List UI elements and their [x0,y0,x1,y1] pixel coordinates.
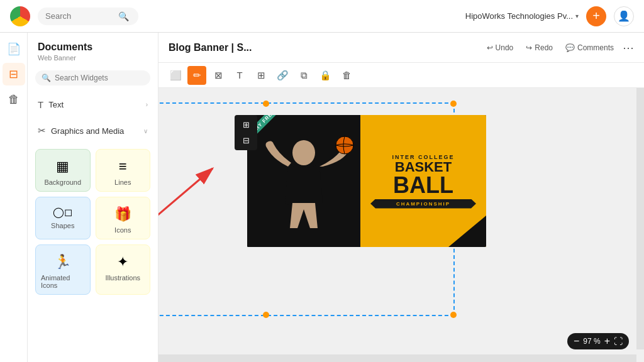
text-icon: T [38,99,43,110]
widget-grid: ▦ Background ≡ Lines ◯◻ Shapes 🎁 Icons 🏃… [28,144,158,300]
canvas-area: Blog Banner | S... ↩ Undo ↪ Redo 💬 Comme… [158,33,644,362]
comment-icon: 💬 [565,43,575,52]
redo-label: Redo [535,43,553,52]
delete-tool-button[interactable]: 🗑 [337,66,356,85]
sidebar-search[interactable]: 🔍 [35,70,150,85]
company-selector[interactable]: HipoWorks Technologies Pv... ▾ [465,11,579,21]
background-icon: ▦ [56,158,69,175]
handle-bottom-mid[interactable] [263,312,269,318]
svg-point-3 [292,140,315,165]
document-icon: 📄 [7,42,21,56]
logo [10,6,30,26]
avatar[interactable]: 👤 [614,6,634,26]
graphics-label: Graphics and Media [51,126,138,136]
banner-right: INTER COLLEGE BASKET BALL CHAMPIONSHIP [360,115,486,247]
trim-tool-button[interactable]: ⊠ [209,66,228,85]
handle-bottom-right[interactable] [450,312,457,318]
illustrations-label: Illustrations [105,274,140,282]
search-input[interactable] [45,11,114,21]
sidebar-item-pages[interactable]: ⊟ [3,63,25,85]
widget-shapes[interactable]: ◯◻ Shapes [35,197,91,239]
red-arrow [158,134,241,247]
background-label: Background [44,178,81,186]
zoom-expand-button[interactable]: ⛶ [614,336,623,346]
widget-illustrations[interactable]: ✦ Illustrations [96,244,151,295]
widget-background[interactable]: ▦ Background [35,149,91,192]
lines-label: Lines [114,178,131,186]
create-button[interactable]: + [586,6,606,26]
widget-panel[interactable]: ⊞ ⊟ [235,115,257,150]
widget-icons[interactable]: 🎁 Icons [96,197,151,239]
search-icon: 🔍 [118,11,129,21]
layers-tool-button[interactable]: ⧉ [294,66,313,85]
banner-championship: CHAMPIONSHIP [370,199,476,209]
widget-animated[interactable]: 🏃 Animated Icons [35,244,91,295]
zoom-in-button[interactable]: + [604,336,610,347]
widget-search-input[interactable] [55,74,144,82]
search-bar[interactable]: 🔍 [38,8,138,25]
link-tool-button[interactable]: 🔗 [273,66,292,85]
scroll-vertical[interactable] [636,88,644,349]
zoom-out-button[interactable]: − [574,336,579,347]
doc-header: Blog Banner | S... ↩ Undo ↪ Redo 💬 Comme… [158,33,644,63]
sidebar-title: Documents [38,41,148,53]
banner: ENTRY FREE [247,115,486,247]
banner-person: ENTRY FREE [247,115,360,247]
company-chevron-icon: ▾ [575,13,579,19]
icon-bar: 📄 ⊟ 🗑 [0,33,28,362]
text-label: Text [48,100,140,109]
sidebar-subtitle: Web Banner [38,54,148,62]
sidebar-item-trash[interactable]: 🗑 [3,88,25,111]
icons-label: Icons [114,226,131,234]
sidebar-item-document[interactable]: 📄 [3,38,25,60]
redo-icon: ↪ [526,43,532,52]
avatar-icon: 👤 [618,10,630,22]
widget-lines[interactable]: ≡ Lines [96,149,151,192]
canvas-wrapper[interactable]: ⊞ ⊟ ENTRY FREE [158,88,644,362]
svg-point-4 [336,136,353,154]
player-svg [247,115,360,247]
comments-button[interactable]: 💬 Comments [562,41,618,55]
redo-button[interactable]: ↪ Redo [522,41,557,55]
trash-icon: 🗑 [8,93,19,106]
search-icon: 🔍 [42,74,51,82]
top-nav: 🔍 HipoWorks Technologies Pv... ▾ + 👤 [0,0,644,33]
undo-button[interactable]: ↩ Undo [483,41,518,55]
banner-ball-text: BALL [370,174,476,197]
illustrations-icon: ✦ [117,254,128,270]
svg-line-1 [158,168,213,241]
undo-icon: ↩ [487,43,493,52]
sidebar-item-text[interactable]: T Text › [28,94,158,115]
company-name-label: HipoWorks Technologies Pv... [465,11,573,21]
chevron-down-icon: ∨ [143,128,148,134]
comments-label: Comments [577,43,614,52]
widget-list-icon[interactable]: ⊟ [240,133,252,148]
zoom-bar: − 97 % + ⛶ [567,333,629,349]
doc-title: Blog Banner | S... [169,42,475,53]
shapes-label: Shapes [51,222,74,229]
chevron-right-icon: › [146,101,148,108]
scroll-horizontal[interactable] [158,354,636,362]
lock-tool-button[interactable]: 🔒 [316,66,335,85]
draw-tool-button[interactable]: ✏ [187,66,206,85]
handle-top-right[interactable] [450,101,457,107]
icons-icon: 🎁 [114,206,131,222]
sidebar-header: Documents Web Banner [28,33,158,64]
handle-top-mid[interactable] [263,101,269,107]
undo-label: Undo [496,43,514,52]
sidebar-item-graphics[interactable]: ✂ Graphics and Media ∨ [28,120,158,141]
widget-grid-icon[interactable]: ⊞ [240,118,252,132]
lines-icon: ≡ [119,158,127,175]
canvas-content: ⊞ ⊟ ENTRY FREE [165,102,637,335]
toolbar: ⬜ ✏ ⊠ T ⊞ 🔗 ⧉ 🔒 🗑 [158,63,644,88]
banner-left: ENTRY FREE [247,115,360,247]
zoom-level: 97 % [583,337,600,346]
text-section: T Text › [28,92,158,118]
shapes-icon: ◯◻ [53,206,72,218]
graphics-section: ✂ Graphics and Media ∨ [28,118,158,144]
grid-tool-button[interactable]: ⊞ [252,66,270,85]
more-button[interactable]: ⋯ [623,41,634,55]
doc-actions: ↩ Undo ↪ Redo 💬 Comments ⋯ [483,41,634,55]
frame-tool-button[interactable]: ⬜ [166,66,185,85]
text-tool-button[interactable]: T [230,66,249,85]
